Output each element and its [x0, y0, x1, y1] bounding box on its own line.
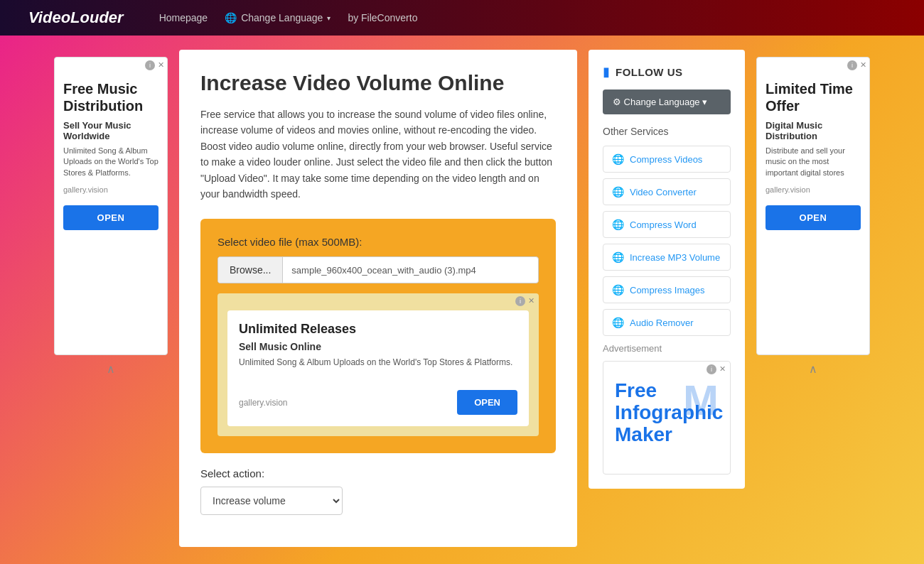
- left-ad-panel: i ✕ Free Music Distribution Sell Your Mu…: [54, 57, 168, 547]
- service-link-compress-images[interactable]: Compress Images: [630, 285, 704, 295]
- left-ad-box: i ✕ Free Music Distribution Sell Your Mu…: [54, 57, 168, 355]
- advert-x-icon[interactable]: ✕: [719, 364, 726, 374]
- follow-us-section: ▮ FOLLOW US: [603, 64, 731, 80]
- service-link-video-converter[interactable]: Video Converter: [630, 187, 697, 197]
- service-link-compress-videos[interactable]: Compress Videos: [630, 154, 702, 165]
- inner-ad-text: Unlimited Song & Album Uploads on the Wo…: [239, 357, 517, 369]
- change-language-nav[interactable]: 🌐 Change Language ▾: [225, 12, 331, 23]
- page-description: Free service that allows you to increase…: [200, 107, 556, 202]
- service-link-audio-remover[interactable]: Audio Remover: [630, 318, 694, 328]
- main-content: Increase Video Volume Online Free servic…: [179, 50, 577, 547]
- service-item-compress-images[interactable]: 🌐 Compress Images: [603, 276, 731, 303]
- right-ad-panel: i ✕ Limited Time Offer Digital Music Dis…: [756, 57, 870, 547]
- change-lang-label: ⚙ Change Language ▾: [613, 97, 707, 107]
- upload-label: Select video file (max 500MB):: [217, 236, 539, 248]
- facebook-icon: ▮: [603, 64, 610, 80]
- left-ad-title: Free Music Distribution: [63, 80, 159, 114]
- main-nav: Homepage 🌐 Change Language ▾ by FileConv…: [159, 12, 418, 23]
- site-logo[interactable]: VideoLouder: [28, 9, 124, 27]
- left-ad-open-button[interactable]: OPEN: [63, 205, 159, 230]
- right-sidebar: ▮ FOLLOW US ⚙ Change Language ▾ Other Se…: [589, 50, 745, 547]
- right-ad-x-icon[interactable]: ✕: [860, 60, 866, 70]
- left-ad-close[interactable]: i ✕: [145, 60, 164, 70]
- other-services-title: Other Services: [603, 126, 731, 137]
- right-ad-domain: gallery.vision: [765, 185, 861, 194]
- inner-ad-domain: gallery.vision: [239, 398, 287, 408]
- service-globe-icon-2: 🌐: [612, 219, 624, 230]
- inner-ad-x-icon[interactable]: ✕: [528, 296, 534, 306]
- inner-ad-footer: gallery.vision OPEN: [239, 390, 517, 415]
- left-ad-subtitle: Sell Your Music Worldwide: [63, 120, 159, 141]
- inner-ad-subtitle: Sell Music Online: [239, 341, 517, 352]
- homepage-link[interactable]: Homepage: [159, 12, 208, 23]
- left-ad-x-icon[interactable]: ✕: [158, 60, 164, 70]
- service-globe-icon-5: 🌐: [612, 317, 624, 328]
- advert-info-icon: i: [707, 364, 716, 374]
- inner-ad-wrapper: i ✕ Unlimited Releases Sell Music Online…: [217, 293, 539, 436]
- service-item-compress-word[interactable]: 🌐 Compress Word: [603, 211, 731, 238]
- file-name-display: sample_960x400_ocean_with_audio (3).mp4: [283, 258, 484, 283]
- inner-ad-title: Unlimited Releases: [239, 322, 517, 337]
- service-globe-icon-1: 🌐: [612, 186, 624, 197]
- right-ad-title: Limited Time Offer: [765, 80, 861, 114]
- right-ad-open-button[interactable]: OPEN: [765, 205, 861, 230]
- right-ad-subtitle: Digital Music Distribution: [765, 120, 861, 141]
- left-ad-scroll-up[interactable]: ∧: [54, 362, 168, 376]
- inner-ad-close[interactable]: i ✕: [515, 296, 534, 306]
- page-title: Increase Video Volume Online: [200, 71, 556, 95]
- follow-us-label: FOLLOW US: [616, 66, 683, 78]
- inner-ad-info-icon: i: [515, 296, 525, 306]
- advert-graphic: M: [683, 376, 719, 425]
- service-globe-icon-4: 🌐: [612, 284, 624, 295]
- by-fileconverto-link[interactable]: by FileConverto: [348, 12, 417, 23]
- left-ad-info-icon: i: [145, 60, 155, 70]
- right-ad-close[interactable]: i ✕: [847, 60, 866, 70]
- service-globe-icon-3: 🌐: [612, 251, 624, 263]
- action-select[interactable]: Increase volume Decrease volume: [200, 487, 343, 515]
- dropdown-arrow-icon: ▾: [327, 14, 331, 22]
- inner-ad-open-button[interactable]: OPEN: [457, 390, 517, 415]
- inner-ad-box: Unlimited Releases Sell Music Online Unl…: [227, 310, 529, 426]
- upload-area: Select video file (max 500MB): Browse...…: [200, 219, 556, 453]
- header: VideoLouder Homepage 🌐 Change Language ▾…: [0, 0, 924, 36]
- right-ad-info-icon: i: [847, 60, 857, 70]
- service-item-increase-mp3[interactable]: 🌐 Increase MP3 Volume: [603, 244, 731, 271]
- action-section: Select action: Increase volume Decrease …: [200, 467, 556, 529]
- file-input-row: Browse... sample_960x400_ocean_with_audi…: [217, 256, 539, 283]
- service-link-increase-mp3[interactable]: Increase MP3 Volume: [630, 252, 720, 263]
- service-item-audio-remover[interactable]: 🌐 Audio Remover: [603, 309, 731, 336]
- advertisement-section: Advertisement i ✕ Free Infographic Maker…: [603, 343, 731, 474]
- globe-icon: 🌐: [225, 12, 237, 23]
- left-ad-text: Unlimited Song & Album Uploads on the Wo…: [63, 146, 159, 178]
- right-ad-text: Distribute and sell your music on the mo…: [765, 146, 861, 178]
- service-item-compress-videos[interactable]: 🌐 Compress Videos: [603, 146, 731, 173]
- sidebar-panel: ▮ FOLLOW US ⚙ Change Language ▾ Other Se…: [589, 50, 745, 489]
- advertisement-title: Advertisement: [603, 343, 731, 354]
- service-link-compress-word[interactable]: Compress Word: [630, 219, 697, 230]
- change-language-sidebar-button[interactable]: ⚙ Change Language ▾: [603, 90, 731, 114]
- right-ad-box: i ✕ Limited Time Offer Digital Music Dis…: [756, 57, 870, 355]
- advertisement-box: i ✕ Free Infographic Maker M: [603, 361, 731, 474]
- right-ad-scroll-up[interactable]: ∧: [756, 362, 870, 376]
- service-list: 🌐 Compress Videos 🌐 Video Converter 🌐 Co…: [603, 146, 731, 336]
- action-label: Select action:: [200, 467, 539, 479]
- service-item-video-converter[interactable]: 🌐 Video Converter: [603, 178, 731, 205]
- browse-button[interactable]: Browse...: [218, 257, 283, 283]
- service-globe-icon-0: 🌐: [612, 153, 624, 165]
- advert-close[interactable]: i ✕: [707, 364, 726, 374]
- left-ad-domain: gallery.vision: [63, 185, 159, 194]
- page-layout: i ✕ Free Music Distribution Sell Your Mu…: [0, 36, 924, 561]
